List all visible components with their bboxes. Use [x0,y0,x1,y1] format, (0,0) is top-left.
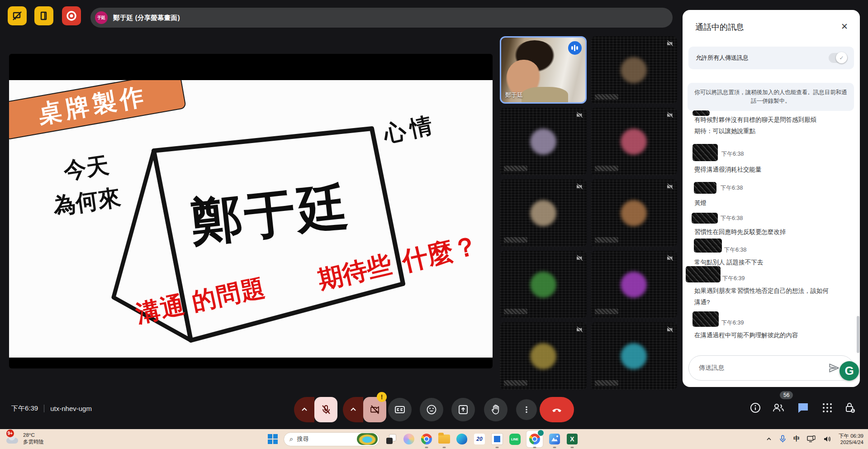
end-call-button[interactable] [540,397,574,422]
weather-condition: 多雲時陰 [23,439,44,445]
allow-messages-row: 允許所有人傳送訊息 ✓ [688,47,854,69]
message-time: 下午6:38 [721,184,743,192]
avatar [619,342,648,371]
participant-tile[interactable] [500,179,587,247]
participant-tile[interactable] [591,179,678,247]
reactions-button[interactable] [420,398,443,421]
overlay-button-door[interactable] [34,6,53,25]
chat-input-placeholder: 傳送訊息 [699,364,830,372]
activities-button[interactable] [821,401,834,415]
captions-icon [394,404,406,416]
chat-button[interactable] [796,401,810,415]
search-placeholder: 搜尋 [297,435,353,443]
edge-icon [456,434,467,444]
camera-off-icon [576,326,583,333]
participant-tile[interactable] [500,322,587,390]
photos-button[interactable] [549,433,560,445]
pin-notice: 你可以將訊息置頂，讓稍後加入的人也能查看。訊息目前和通話一併錄製中。 [688,83,854,111]
camera-off-icon [666,183,674,190]
overlay-button-sign[interactable] [8,6,27,25]
meeting-code: utx-nhev-ugm [50,405,92,412]
chrome-active-button[interactable] [526,433,543,445]
camera-off-icon [576,254,583,262]
excel-icon: X [567,434,578,444]
line-icon: LINE [509,434,521,445]
chat-message: 在溝通過程中可能不夠理解彼此的內容 [694,330,798,341]
message-time: 下午6:38 [724,246,746,254]
tray-date: 2025/4/24 [839,439,863,445]
start-button[interactable] [268,434,278,444]
avatar [529,199,558,228]
meeting-info-row: 下午6:39 utx-nhev-ugm [11,404,92,413]
presenter-banner: 于廷 鄭于廷 (分享螢幕畫面) [90,8,673,28]
participant-tile[interactable] [500,108,587,175]
participant-tile[interactable] [591,108,678,175]
weather-temperature: 28°C [23,432,44,439]
meet-window: 于廷 鄭于廷 (分享螢幕畫面) 桌牌製作 今天 為何來 心情 鄭于廷 期待些 什… [0,0,868,449]
participant-name [504,166,527,171]
avatar [529,270,558,299]
raise-hand-button[interactable] [484,398,508,421]
copilot-button[interactable] [403,433,415,445]
sender-avatar [694,182,716,194]
send-icon[interactable] [828,362,840,374]
allow-messages-toggle[interactable]: ✓ [829,53,848,63]
audio-level-icon [568,41,582,55]
participant-name [595,380,618,386]
tray-chevron-up-icon[interactable] [766,436,772,442]
app-20-button[interactable]: 20 [474,433,485,445]
tray-clock[interactable]: 下午 06:39 2025/4/24 [839,433,863,445]
participant-tile[interactable] [591,251,678,318]
participant-name [504,309,527,314]
chrome-button[interactable] [421,433,432,445]
participant-name [595,309,618,314]
windows-taskbar: 9+ 28°C 多雲時陰 ⌕ 搜尋 20 LINE [0,429,868,449]
participant-tile[interactable] [591,322,678,390]
meeting-details-button[interactable] [749,401,762,415]
tray-time: 下午 06:39 [839,433,863,439]
participant-tile[interactable] [500,251,587,318]
chat-bubble-icon [797,402,809,414]
line-button[interactable]: LINE [509,433,521,445]
message-time: 下午6:39 [722,275,745,282]
remote-window-button[interactable] [491,433,503,445]
sign-blocked-icon [12,10,23,21]
copilot-icon [403,434,414,444]
volume-icon[interactable] [823,435,831,443]
camera-off-icon [666,40,674,47]
people-button[interactable] [772,401,785,415]
task-view-icon [386,434,396,444]
camera-options-button[interactable] [343,397,363,422]
presenter-title: 鄭于廷 (分享螢幕畫面) [113,14,180,22]
captions-button[interactable] [388,398,412,421]
avatar [529,342,558,371]
participant-tile-self[interactable]: 鄭于廷 [500,36,587,104]
excel-button[interactable]: X [566,433,578,445]
grammarly-icon[interactable]: G [840,361,859,381]
participant-tile[interactable] [591,36,678,104]
overlay-button-record[interactable] [62,6,81,25]
camera-off-icon [666,326,674,333]
host-controls-button[interactable] [843,401,857,415]
info-icon [749,402,761,414]
screen-share-region: 桌牌製作 今天 為何來 心情 鄭于廷 期待些 什麼？ 溝通 的問題 [9,54,493,368]
network-icon[interactable] [807,435,816,443]
file-explorer-button[interactable] [438,433,450,445]
task-view-button[interactable] [385,433,397,445]
participant-name [504,380,527,386]
participant-name: 鄭于廷 [505,91,523,99]
taskbar-search[interactable]: ⌕ 搜尋 [284,432,379,446]
chrome-icon [421,434,432,444]
tray-mic-icon[interactable] [779,435,786,443]
close-icon[interactable]: ✕ [838,20,851,33]
meeting-clock: 下午6:39 [11,404,38,413]
more-options-button[interactable] [516,399,537,420]
edge-button[interactable] [456,433,468,445]
chat-scrollbar[interactable] [857,316,859,353]
ime-indicator[interactable]: 中 [793,435,800,443]
present-button[interactable] [451,398,475,421]
mic-options-button[interactable] [294,397,314,422]
mic-toggle-button[interactable] [314,397,337,422]
allow-messages-label: 允許所有人傳送訊息 [696,54,749,62]
search-icon: ⌕ [289,435,293,443]
